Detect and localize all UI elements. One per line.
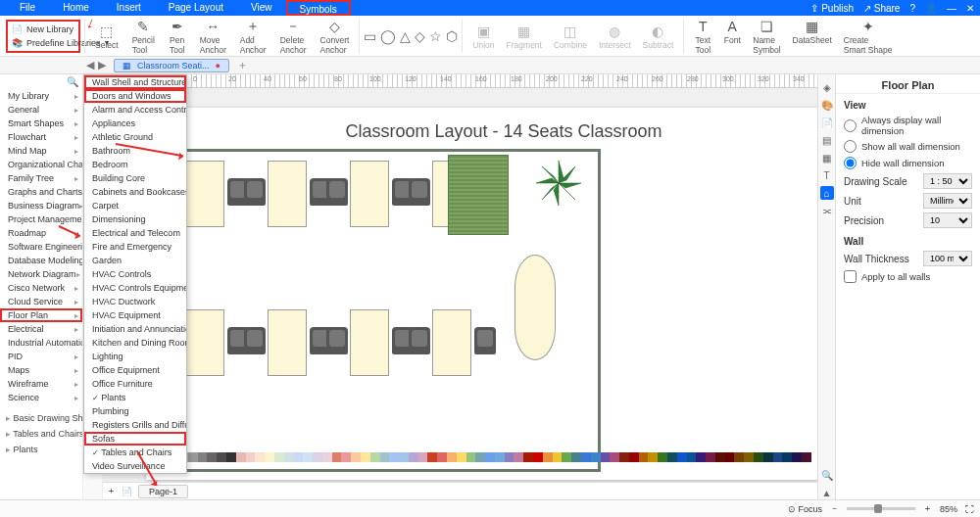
color-swatch[interactable] <box>380 452 390 462</box>
color-swatch[interactable] <box>284 452 294 462</box>
color-swatch[interactable] <box>294 452 304 462</box>
precision-select[interactable]: 10 <box>923 212 972 228</box>
color-swatch[interactable] <box>677 452 687 462</box>
rail-up-icon[interactable]: ▲ <box>820 486 834 499</box>
page-tab[interactable]: Page-1 <box>138 485 188 498</box>
color-swatch[interactable] <box>475 452 485 462</box>
window-min-icon[interactable]: — <box>947 3 956 14</box>
tool-datasheet[interactable]: ▦DataSheet <box>787 18 838 55</box>
color-swatch[interactable] <box>562 452 571 462</box>
libsec-basic-drawing-shapes[interactable]: ▸ Basic Drawing Shapes <box>0 410 82 426</box>
color-swatches[interactable] <box>140 452 811 462</box>
rail-diamond-icon[interactable]: ◈ <box>820 80 834 94</box>
fit-icon[interactable]: ⛶ <box>965 504 974 514</box>
color-swatch[interactable] <box>629 452 639 462</box>
shape-△[interactable]: △ <box>400 28 411 44</box>
submenu-registers-grills-and-diffusers[interactable]: Registers Grills and Diffusers <box>84 418 186 432</box>
color-swatch[interactable] <box>437 452 447 462</box>
zoom-in-icon[interactable]: ＋ <box>923 502 932 515</box>
color-swatch[interactable] <box>648 452 658 462</box>
submenu-plumbing[interactable]: Plumbing <box>84 404 186 418</box>
submenu-tables-and-chairs[interactable]: Tables and Chairs <box>84 446 186 459</box>
color-swatch[interactable] <box>505 452 514 462</box>
libcat-pid[interactable]: PID▸ <box>0 350 82 363</box>
desk-set[interactable] <box>328 304 412 382</box>
libsec-tables-and-chairs[interactable]: ▸ Tables and Chairs <box>0 426 82 442</box>
rail-conn-icon[interactable]: ⫘ <box>820 204 834 217</box>
submenu-doors-and-windows[interactable]: Doors and Windows <box>84 89 186 103</box>
submenu-hvac-equipment[interactable]: HVAC Equipment <box>84 308 186 322</box>
submenu-bedroom[interactable]: Bedroom <box>84 158 186 171</box>
share-button[interactable]: ↗ Share <box>863 3 900 14</box>
tool-pencil-tool[interactable]: ✎PencilTool <box>126 18 161 55</box>
window-close-icon[interactable]: ✕ <box>966 3 974 14</box>
publish-button[interactable]: ⇪ Publish <box>810 3 854 14</box>
opt-show-all[interactable]: Show all wall dimension <box>836 138 980 155</box>
tool-select[interactable]: ⬚Select <box>89 23 124 50</box>
desk-set[interactable] <box>411 304 494 382</box>
rail-doc-icon[interactable]: 📄 <box>820 116 834 129</box>
color-swatch[interactable] <box>457 452 466 462</box>
libcat-business-diagram[interactable]: Business Diagram▸ <box>0 199 82 212</box>
tool-create-smart-shape[interactable]: ✦CreateSmart Shape <box>838 18 899 55</box>
opt-always-display[interactable]: Always display wall dimension <box>836 113 980 138</box>
user-icon[interactable]: 👤 <box>925 3 937 14</box>
menu-file[interactable]: File <box>6 0 49 16</box>
opt-hide[interactable]: Hide wall dimension <box>836 155 980 171</box>
color-swatch[interactable] <box>226 452 236 462</box>
plant[interactable] <box>534 159 583 208</box>
drawing-scale-select[interactable]: 1 : 50 <box>923 173 972 189</box>
submenu-office-equipment[interactable]: Office Equipment <box>84 363 186 377</box>
libcat-general[interactable]: General▸ <box>0 103 82 117</box>
tab-next-icon[interactable]: ▶ <box>98 59 106 71</box>
color-swatch[interactable] <box>322 452 332 462</box>
submenu-sofas[interactable]: Sofas <box>84 432 186 446</box>
color-swatch[interactable] <box>351 452 361 462</box>
color-swatch[interactable] <box>658 452 667 462</box>
new-library-button[interactable]: 📄 New Library <box>10 24 76 35</box>
tab-prev-icon[interactable]: ◀ <box>86 59 94 71</box>
rail-diagram-icon[interactable]: ▦ <box>820 151 834 164</box>
submenu-garden[interactable]: Garden <box>84 254 186 267</box>
submenu-hvac-ductwork[interactable]: HVAC Ductwork <box>84 295 186 308</box>
menu-home[interactable]: Home <box>49 0 103 16</box>
color-swatch[interactable] <box>725 452 735 462</box>
shape-⬡[interactable]: ⬡ <box>446 28 458 44</box>
submenu-wall-shell-and-structure[interactable]: Wall Shell and Structure <box>84 75 186 89</box>
color-swatch[interactable] <box>610 452 619 462</box>
color-swatch[interactable] <box>485 452 495 462</box>
menu-page-layout[interactable]: Page Layout <box>155 0 237 16</box>
tool-move-anchor[interactable]: ↔MoveAnchor <box>194 18 232 55</box>
color-swatch[interactable] <box>236 452 246 462</box>
libcat-mind-map[interactable]: Mind Map▸ <box>0 144 82 158</box>
submenu-electrical-and-telecom[interactable]: Electrical and Telecom <box>84 226 186 240</box>
tool-add-anchor[interactable]: ＋AddAnchor <box>234 18 272 55</box>
shape-▭[interactable]: ▭ <box>364 28 376 44</box>
color-swatch[interactable] <box>619 452 629 462</box>
wall-thickness-select[interactable]: 100 mm <box>923 251 972 266</box>
libcat-electrical[interactable]: Electrical▸ <box>0 322 82 336</box>
tab-add-icon[interactable]: ＋ <box>237 58 248 72</box>
unit-select[interactable]: Millimet... <box>923 193 972 209</box>
color-swatch[interactable] <box>399 452 409 462</box>
color-swatch[interactable] <box>687 452 697 462</box>
carpet[interactable] <box>448 155 509 235</box>
apply-all-walls[interactable]: Apply to all walls <box>836 268 980 285</box>
libcat-family-tree[interactable]: Family Tree▸ <box>0 171 82 185</box>
menu-view[interactable]: View <box>237 0 286 16</box>
tool-text-tool[interactable]: TTextTool <box>688 18 717 55</box>
color-swatch[interactable] <box>188 452 198 462</box>
zoom-value[interactable]: 85% <box>940 504 957 514</box>
submenu-dimensioning[interactable]: Dimensioning <box>84 212 186 226</box>
rail-zoom-icon[interactable]: 🔍 <box>820 468 834 482</box>
zoom-out-icon[interactable]: － <box>830 502 839 515</box>
focus-button[interactable]: ⊙ Focus <box>788 504 822 514</box>
color-swatch[interactable] <box>802 452 811 462</box>
color-swatch[interactable] <box>361 452 370 462</box>
color-swatch[interactable] <box>734 452 744 462</box>
color-swatch[interactable] <box>198 452 208 462</box>
color-swatch[interactable] <box>265 452 274 462</box>
color-swatch[interactable] <box>303 452 313 462</box>
submenu-kitchen-and-dining-room[interactable]: Kitchen and Dining Room <box>84 336 186 350</box>
rail-layers-icon[interactable]: ▤ <box>820 133 834 147</box>
